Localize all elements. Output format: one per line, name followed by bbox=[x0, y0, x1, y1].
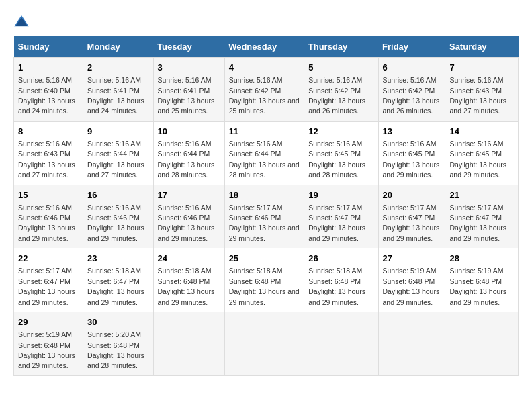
calendar-cell: 4 Sunrise: 5:16 AMSunset: 6:42 PMDayligh… bbox=[224, 58, 304, 122]
calendar-week-row: 1 Sunrise: 5:16 AMSunset: 6:40 PMDayligh… bbox=[14, 58, 519, 122]
day-number: 16 bbox=[87, 189, 148, 201]
calendar-cell: 3 Sunrise: 5:16 AMSunset: 6:41 PMDayligh… bbox=[153, 58, 224, 122]
logo-icon bbox=[13, 13, 30, 30]
day-info: Sunrise: 5:16 AMSunset: 6:43 PMDaylight:… bbox=[18, 140, 75, 179]
calendar-cell: 25 Sunrise: 5:18 AMSunset: 6:48 PMDaylig… bbox=[224, 248, 304, 312]
day-number: 2 bbox=[87, 62, 148, 74]
day-info: Sunrise: 5:16 AMSunset: 6:46 PMDaylight:… bbox=[87, 203, 144, 242]
page-header bbox=[13, 13, 519, 30]
calendar-cell: 13 Sunrise: 5:16 AMSunset: 6:45 PMDaylig… bbox=[378, 121, 445, 185]
day-number: 28 bbox=[449, 253, 514, 265]
calendar-cell: 27 Sunrise: 5:19 AMSunset: 6:48 PMDaylig… bbox=[378, 248, 445, 312]
day-info: Sunrise: 5:20 AMSunset: 6:48 PMDaylight:… bbox=[87, 330, 144, 369]
header-thursday: Thursday bbox=[304, 36, 378, 58]
calendar-cell bbox=[304, 312, 378, 376]
day-info: Sunrise: 5:17 AMSunset: 6:46 PMDaylight:… bbox=[229, 203, 300, 242]
header-tuesday: Tuesday bbox=[153, 36, 224, 58]
calendar-cell: 16 Sunrise: 5:16 AMSunset: 6:46 PMDaylig… bbox=[83, 185, 153, 248]
day-number: 30 bbox=[87, 316, 148, 328]
calendar-cell: 1 Sunrise: 5:16 AMSunset: 6:40 PMDayligh… bbox=[14, 58, 83, 122]
day-number: 17 bbox=[158, 189, 220, 201]
calendar-cell bbox=[153, 312, 224, 376]
day-info: Sunrise: 5:16 AMSunset: 6:42 PMDaylight:… bbox=[383, 76, 440, 115]
day-info: Sunrise: 5:18 AMSunset: 6:48 PMDaylight:… bbox=[229, 267, 300, 306]
calendar-cell: 24 Sunrise: 5:18 AMSunset: 6:48 PMDaylig… bbox=[153, 248, 224, 312]
day-number: 20 bbox=[383, 189, 441, 201]
day-number: 27 bbox=[383, 253, 441, 265]
calendar-cell bbox=[378, 312, 445, 376]
calendar-cell: 30 Sunrise: 5:20 AMSunset: 6:48 PMDaylig… bbox=[83, 312, 153, 376]
day-number: 9 bbox=[87, 126, 148, 138]
day-number: 8 bbox=[18, 126, 79, 138]
day-number: 18 bbox=[229, 189, 300, 201]
day-number: 26 bbox=[308, 253, 373, 265]
calendar-cell: 14 Sunrise: 5:16 AMSunset: 6:45 PMDaylig… bbox=[445, 121, 519, 185]
day-info: Sunrise: 5:17 AMSunset: 6:47 PMDaylight:… bbox=[308, 203, 365, 242]
day-number: 11 bbox=[229, 126, 300, 138]
calendar-cell: 6 Sunrise: 5:16 AMSunset: 6:42 PMDayligh… bbox=[378, 58, 445, 122]
day-number: 1 bbox=[18, 62, 79, 74]
day-info: Sunrise: 5:16 AMSunset: 6:42 PMDaylight:… bbox=[229, 76, 300, 115]
calendar-cell: 19 Sunrise: 5:17 AMSunset: 6:47 PMDaylig… bbox=[304, 185, 378, 248]
day-number: 3 bbox=[158, 62, 220, 74]
calendar-table: SundayMondayTuesdayWednesdayThursdayFrid… bbox=[13, 36, 519, 376]
calendar-cell: 28 Sunrise: 5:19 AMSunset: 6:48 PMDaylig… bbox=[445, 248, 519, 312]
day-info: Sunrise: 5:19 AMSunset: 6:48 PMDaylight:… bbox=[383, 267, 440, 306]
day-info: Sunrise: 5:17 AMSunset: 6:47 PMDaylight:… bbox=[449, 203, 506, 242]
day-info: Sunrise: 5:16 AMSunset: 6:40 PMDaylight:… bbox=[18, 76, 75, 115]
calendar-cell: 11 Sunrise: 5:16 AMSunset: 6:44 PMDaylig… bbox=[224, 121, 304, 185]
header-sunday: Sunday bbox=[14, 36, 83, 58]
day-number: 7 bbox=[449, 62, 514, 74]
day-info: Sunrise: 5:18 AMSunset: 6:48 PMDaylight:… bbox=[158, 267, 215, 306]
day-info: Sunrise: 5:18 AMSunset: 6:47 PMDaylight:… bbox=[87, 267, 144, 306]
day-info: Sunrise: 5:19 AMSunset: 6:48 PMDaylight:… bbox=[18, 330, 75, 369]
day-number: 14 bbox=[449, 126, 514, 138]
day-number: 5 bbox=[308, 62, 373, 74]
header-saturday: Saturday bbox=[445, 36, 519, 58]
day-info: Sunrise: 5:16 AMSunset: 6:42 PMDaylight:… bbox=[308, 76, 365, 115]
day-info: Sunrise: 5:19 AMSunset: 6:48 PMDaylight:… bbox=[449, 267, 506, 306]
calendar-cell: 17 Sunrise: 5:16 AMSunset: 6:46 PMDaylig… bbox=[153, 185, 224, 248]
day-number: 21 bbox=[449, 189, 514, 201]
day-number: 19 bbox=[308, 189, 373, 201]
day-info: Sunrise: 5:16 AMSunset: 6:45 PMDaylight:… bbox=[449, 140, 506, 179]
calendar-cell: 9 Sunrise: 5:16 AMSunset: 6:44 PMDayligh… bbox=[83, 121, 153, 185]
day-info: Sunrise: 5:16 AMSunset: 6:44 PMDaylight:… bbox=[87, 140, 144, 179]
day-info: Sunrise: 5:16 AMSunset: 6:43 PMDaylight:… bbox=[449, 76, 506, 115]
calendar-cell: 5 Sunrise: 5:16 AMSunset: 6:42 PMDayligh… bbox=[304, 58, 378, 122]
day-info: Sunrise: 5:16 AMSunset: 6:41 PMDaylight:… bbox=[158, 76, 215, 115]
header-monday: Monday bbox=[83, 36, 153, 58]
day-info: Sunrise: 5:16 AMSunset: 6:41 PMDaylight:… bbox=[87, 76, 144, 115]
calendar-cell: 15 Sunrise: 5:16 AMSunset: 6:46 PMDaylig… bbox=[14, 185, 83, 248]
day-info: Sunrise: 5:17 AMSunset: 6:47 PMDaylight:… bbox=[383, 203, 440, 242]
calendar-cell: 21 Sunrise: 5:17 AMSunset: 6:47 PMDaylig… bbox=[445, 185, 519, 248]
calendar-cell: 7 Sunrise: 5:16 AMSunset: 6:43 PMDayligh… bbox=[445, 58, 519, 122]
day-number: 6 bbox=[383, 62, 441, 74]
calendar-cell: 29 Sunrise: 5:19 AMSunset: 6:48 PMDaylig… bbox=[14, 312, 83, 376]
calendar-cell: 26 Sunrise: 5:18 AMSunset: 6:48 PMDaylig… bbox=[304, 248, 378, 312]
calendar-week-row: 29 Sunrise: 5:19 AMSunset: 6:48 PMDaylig… bbox=[14, 312, 519, 376]
calendar-cell: 23 Sunrise: 5:18 AMSunset: 6:47 PMDaylig… bbox=[83, 248, 153, 312]
day-info: Sunrise: 5:16 AMSunset: 6:45 PMDaylight:… bbox=[308, 140, 365, 179]
header-wednesday: Wednesday bbox=[224, 36, 304, 58]
calendar-cell bbox=[224, 312, 304, 376]
calendar-cell: 8 Sunrise: 5:16 AMSunset: 6:43 PMDayligh… bbox=[14, 121, 83, 185]
day-number: 13 bbox=[383, 126, 441, 138]
day-number: 23 bbox=[87, 253, 148, 265]
calendar-header-row: SundayMondayTuesdayWednesdayThursdayFrid… bbox=[14, 36, 519, 58]
day-number: 10 bbox=[158, 126, 220, 138]
calendar-cell: 18 Sunrise: 5:17 AMSunset: 6:46 PMDaylig… bbox=[224, 185, 304, 248]
calendar-cell: 20 Sunrise: 5:17 AMSunset: 6:47 PMDaylig… bbox=[378, 185, 445, 248]
day-info: Sunrise: 5:16 AMSunset: 6:44 PMDaylight:… bbox=[158, 140, 215, 179]
day-info: Sunrise: 5:16 AMSunset: 6:46 PMDaylight:… bbox=[18, 203, 75, 242]
day-info: Sunrise: 5:17 AMSunset: 6:47 PMDaylight:… bbox=[18, 267, 75, 306]
day-number: 15 bbox=[18, 189, 79, 201]
header-friday: Friday bbox=[378, 36, 445, 58]
calendar-cell: 22 Sunrise: 5:17 AMSunset: 6:47 PMDaylig… bbox=[14, 248, 83, 312]
day-info: Sunrise: 5:18 AMSunset: 6:48 PMDaylight:… bbox=[308, 267, 365, 306]
day-info: Sunrise: 5:16 AMSunset: 6:44 PMDaylight:… bbox=[229, 140, 300, 179]
day-number: 25 bbox=[229, 253, 300, 265]
calendar-cell: 10 Sunrise: 5:16 AMSunset: 6:44 PMDaylig… bbox=[153, 121, 224, 185]
day-number: 12 bbox=[308, 126, 373, 138]
day-number: 24 bbox=[158, 253, 220, 265]
